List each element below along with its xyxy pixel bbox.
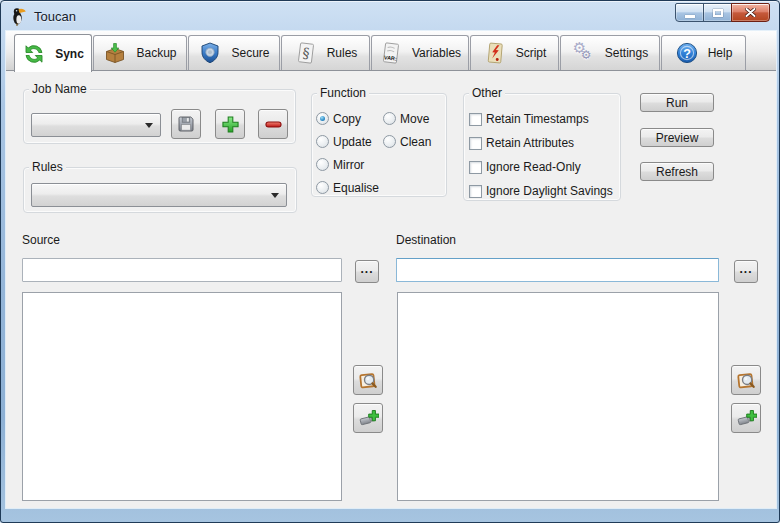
checkbox-ignore-daylight-savings[interactable]: Ignore Daylight Savings (469, 184, 613, 198)
tab-script[interactable]: Script (470, 35, 559, 70)
red-minus-icon (263, 114, 284, 135)
radio-icon (316, 135, 329, 148)
svg-text:?: ? (683, 47, 691, 61)
checkbox-label: Retain Timestamps (486, 112, 589, 126)
variables-icon: VAR: (379, 41, 403, 65)
destination-preview-button[interactable] (731, 365, 761, 395)
radio-label: Update (333, 135, 372, 149)
maximize-icon (713, 9, 723, 17)
checkbox-label: Retain Attributes (486, 136, 574, 150)
radio-icon (316, 158, 329, 171)
client-area: Sync Backup (6, 31, 776, 508)
radio-icon (316, 112, 329, 125)
radio-label: Equalise (333, 181, 379, 195)
job-name-group: Job Name (23, 89, 296, 144)
secure-icon (198, 41, 222, 65)
checkbox-icon (469, 161, 482, 174)
function-group-label: Function (317, 86, 369, 100)
title-bar[interactable]: Toucan (1, 1, 779, 31)
tab-rules[interactable]: § Rules (281, 35, 370, 70)
function-options: Copy Move Update Clean (316, 107, 431, 199)
preview-button[interactable]: Preview (640, 128, 714, 147)
source-file-list[interactable] (22, 292, 342, 501)
script-icon (483, 41, 507, 65)
tab-label: Secure (231, 46, 269, 60)
tab-settings[interactable]: Settings (560, 35, 660, 70)
magnifier-folder-icon (736, 370, 757, 391)
job-name-group-label: Job Name (29, 82, 90, 96)
radio-icon (383, 112, 396, 125)
close-icon (745, 8, 756, 17)
rules-group-label: Rules (29, 160, 66, 174)
radio-label: Move (400, 112, 429, 126)
tab-label: Backup (136, 46, 176, 60)
refresh-button[interactable]: Refresh (640, 162, 714, 181)
tab-help[interactable]: ? Help (661, 35, 746, 70)
radio-move[interactable]: Move (383, 112, 431, 126)
tab-bar: Sync Backup (14, 31, 747, 71)
rules-icon: § (294, 41, 318, 65)
radio-update[interactable]: Update (316, 135, 383, 149)
tab-label: Settings (605, 46, 648, 60)
add-job-button[interactable] (215, 109, 245, 139)
window-title: Toucan (34, 9, 76, 24)
checkbox-ignore-read-only[interactable]: Ignore Read-Only (469, 160, 613, 174)
magnifier-folder-icon (358, 370, 379, 391)
toucan-window: Toucan (0, 0, 780, 523)
destination-path-input[interactable] (396, 258, 719, 282)
tab-secure[interactable]: Secure (188, 35, 280, 70)
tab-label: Rules (327, 46, 358, 60)
chevron-down-icon (145, 123, 153, 128)
run-button[interactable]: Run (640, 93, 714, 112)
rules-combobox[interactable] (31, 183, 287, 207)
source-path-input[interactable] (22, 258, 342, 282)
radio-label: Copy (333, 112, 361, 126)
other-group: Other Retain Timestamps Retain Attribute… (463, 93, 621, 201)
checkbox-icon (469, 137, 482, 150)
help-icon: ? (675, 41, 699, 65)
destination-label: Destination (396, 233, 456, 247)
tab-variables[interactable]: VAR: Variables (371, 35, 469, 70)
job-name-combobox[interactable] (31, 113, 161, 137)
chevron-down-icon (271, 193, 279, 198)
remove-job-button[interactable] (258, 109, 288, 139)
radio-icon (383, 135, 396, 148)
backup-icon (103, 41, 127, 65)
other-group-label: Other (469, 86, 505, 100)
maximize-button[interactable] (703, 3, 732, 22)
function-group: Function Copy Move Update (311, 93, 447, 197)
radio-icon (316, 181, 329, 194)
source-preview-button[interactable] (353, 365, 383, 395)
toucan-app-icon (11, 7, 26, 26)
checkbox-retain-timestamps[interactable]: Retain Timestamps (469, 112, 613, 126)
rules-group: Rules (23, 167, 297, 213)
close-button[interactable] (731, 3, 770, 22)
usb-drive-plus-icon (736, 408, 757, 429)
destination-add-drive-button[interactable] (731, 403, 761, 433)
minimize-button[interactable] (675, 3, 704, 22)
tab-strip: Sync Backup (6, 31, 776, 71)
checkbox-icon (469, 113, 482, 126)
source-browse-button[interactable]: ... (355, 260, 379, 283)
save-job-button[interactable] (171, 109, 201, 139)
radio-mirror[interactable]: Mirror (316, 158, 383, 172)
sync-icon (22, 42, 46, 66)
radio-copy[interactable]: Copy (316, 112, 383, 126)
tab-label: Script (516, 46, 547, 60)
tab-label: Variables (412, 46, 461, 60)
checkbox-icon (469, 185, 482, 198)
tab-label: Help (708, 46, 733, 60)
settings-icon (572, 41, 596, 65)
destination-browse-button[interactable]: ... (734, 260, 758, 283)
radio-clean[interactable]: Clean (383, 135, 431, 149)
minimize-icon (685, 15, 695, 18)
radio-equalise[interactable]: Equalise (316, 181, 383, 195)
radio-label: Mirror (333, 158, 364, 172)
tab-sync[interactable]: Sync (14, 34, 92, 72)
checkbox-retain-attributes[interactable]: Retain Attributes (469, 136, 613, 150)
destination-file-list[interactable] (397, 292, 719, 501)
tab-backup[interactable]: Backup (93, 35, 187, 70)
usb-drive-plus-icon (358, 408, 379, 429)
tab-label: Sync (55, 47, 84, 61)
source-add-drive-button[interactable] (353, 403, 383, 433)
